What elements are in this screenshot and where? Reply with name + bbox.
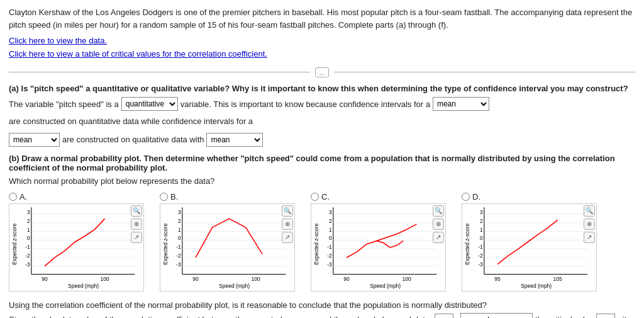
part-a-row2: mean proportion are constructed on quali… xyxy=(9,132,635,147)
svg-text:Expected z-score: Expected z-score xyxy=(162,223,169,264)
svg-text:1: 1 xyxy=(27,226,30,232)
critical-values-link[interactable]: Click here to view a table of critical v… xyxy=(9,48,635,61)
part-a-row2-after: are constructed on qualitative data with xyxy=(62,132,204,147)
svg-text:-3: -3 xyxy=(327,261,332,267)
part-a-before1: The variable "pitch speed" is a xyxy=(9,97,119,111)
conclusion-row1: Since the absolute value of the correlat… xyxy=(9,312,635,318)
plot-c-radio-row: C. xyxy=(311,192,330,202)
svg-text:Expected z-score: Expected z-score xyxy=(11,223,18,264)
svg-text:-3: -3 xyxy=(176,261,181,267)
plot-a-zoomin-icon[interactable]: ⊕ xyxy=(131,219,142,230)
plot-d-icons: 🔍 ⊕ ↗ xyxy=(584,205,595,243)
svg-text:-2: -2 xyxy=(327,253,332,259)
plot-b-label: B. xyxy=(170,192,178,202)
compare-select[interactable]: exceeds does not exceed xyxy=(460,313,533,318)
plot-d-external-icon[interactable]: ↗ xyxy=(584,232,595,243)
part-b-conclusion-section: Using the correlation coefficient of the… xyxy=(9,298,635,318)
plot-d-search-icon[interactable]: 🔍 xyxy=(584,205,595,217)
conclusion-question: Using the correlation coefficient of the… xyxy=(9,298,635,312)
divider-dots: ... xyxy=(315,67,328,77)
plot-c-zoomin-icon[interactable]: ⊕ xyxy=(433,219,444,230)
ci-type-select1[interactable]: mean proportion xyxy=(433,97,489,111)
plots-row: A. 🔍 ⊕ ↗ 3 2 1 0 -1 -2 xyxy=(9,192,635,292)
svg-text:100: 100 xyxy=(402,276,411,282)
plot-c-search-icon[interactable]: 🔍 xyxy=(433,205,444,217)
svg-text:Speed (mph): Speed (mph) xyxy=(370,282,401,288)
conclusion-before: Since the absolute value of the correlat… xyxy=(9,312,432,318)
intro-text: Clayton Kershaw of the Los Angeles Dodge… xyxy=(9,6,635,31)
svg-text:2: 2 xyxy=(178,217,181,224)
svg-text:-1: -1 xyxy=(327,244,332,250)
ci-type-select2[interactable]: mean proportion xyxy=(9,133,60,147)
plot-c-container: C. 🔍 ⊕ ↗ 3 2 1 0 -1 -2 -3 xyxy=(311,192,455,292)
svg-text:95: 95 xyxy=(494,276,501,282)
plot-b-container: B. 🔍 ⊕ ↗ 3 2 1 0 -1 -2 -3 xyxy=(160,192,304,292)
plot-a-svg: 3 2 1 0 -1 -2 -3 90 1 xyxy=(9,204,143,291)
plot-b-svg: 3 2 1 0 -1 -2 -3 90 100 Speed (mp xyxy=(160,204,294,291)
svg-text:0: 0 xyxy=(480,235,483,241)
plot-d-label: D. xyxy=(472,192,480,202)
svg-text:-1: -1 xyxy=(25,244,30,250)
section-divider: ... xyxy=(9,67,635,77)
plot-c-radio[interactable] xyxy=(311,193,319,201)
part-a-question: Is "pitch speed" a quantitative or quali… xyxy=(21,84,628,93)
svg-text:-3: -3 xyxy=(25,261,30,267)
critical-value-input[interactable] xyxy=(596,314,615,318)
svg-text:2: 2 xyxy=(480,217,483,224)
plot-c-icons: 🔍 ⊕ ↗ xyxy=(433,205,444,243)
svg-text:0: 0 xyxy=(27,235,30,241)
svg-text:-2: -2 xyxy=(478,253,483,259)
svg-text:3: 3 xyxy=(178,209,181,215)
svg-text:100: 100 xyxy=(101,276,109,282)
part-a-section: (a) Is "pitch speed" a quantitative or q… xyxy=(9,84,635,147)
svg-text:1: 1 xyxy=(329,226,332,232)
svg-text:Speed (mph): Speed (mph) xyxy=(68,282,99,288)
plot-b-radio-row: B. xyxy=(160,192,178,202)
part-a-row1: The variable "pitch speed" is a quantita… xyxy=(9,97,635,129)
plot-a-icons: 🔍 ⊕ ↗ xyxy=(131,205,142,243)
plot-b-search-icon[interactable]: 🔍 xyxy=(282,205,293,217)
svg-text:2: 2 xyxy=(329,217,332,224)
view-data-link[interactable]: Click here to view the data. xyxy=(9,35,635,48)
plot-d-zoomin-icon[interactable]: ⊕ xyxy=(584,219,595,230)
plot-b-icons: 🔍 ⊕ ↗ xyxy=(282,205,293,243)
comma-spacer: , xyxy=(456,312,458,318)
svg-text:-3: -3 xyxy=(478,261,483,267)
plot-d-radio[interactable] xyxy=(462,193,470,201)
plot-b-zoomin-icon[interactable]: ⊕ xyxy=(282,219,293,230)
plot-d-radio-row: D. xyxy=(462,192,480,202)
svg-text:1: 1 xyxy=(480,226,483,232)
plot-c-svg: 3 2 1 0 -1 -2 -3 90 100 Speed (mp xyxy=(311,204,445,291)
svg-text:3: 3 xyxy=(27,209,30,215)
ci-type-select3[interactable]: mean proportion xyxy=(206,133,263,147)
plot-d-svg: 3 2 1 0 -1 -2 -3 95 105 Speed (mp xyxy=(462,204,596,291)
plot-c-external-icon[interactable]: ↗ xyxy=(433,232,444,243)
svg-text:3: 3 xyxy=(480,209,483,215)
svg-text:-1: -1 xyxy=(478,244,483,250)
plot-a-box: 🔍 ⊕ ↗ 3 2 1 0 -1 -2 -3 xyxy=(9,203,144,292)
plot-a-search-icon[interactable]: 🔍 xyxy=(131,205,142,217)
svg-text:Expected z-score: Expected z-score xyxy=(464,223,470,264)
part-a-after2: are constructed on quantitative data whi… xyxy=(9,114,253,128)
plot-d-container: D. 🔍 ⊕ ↗ 3 2 1 0 -1 -2 -3 xyxy=(462,192,606,292)
svg-text:Speed (mph): Speed (mph) xyxy=(521,282,552,288)
svg-text:100: 100 xyxy=(252,276,260,282)
svg-text:Expected z-score: Expected z-score xyxy=(313,223,319,264)
variable-type-select[interactable]: quantitative qualitative xyxy=(121,97,178,111)
plot-b-external-icon[interactable]: ↗ xyxy=(282,232,293,243)
part-b-label: (b) Draw a normal probability plot. Then… xyxy=(9,154,635,173)
svg-text:0: 0 xyxy=(329,235,332,241)
svg-text:-2: -2 xyxy=(25,253,30,259)
plot-b-box: 🔍 ⊕ ↗ 3 2 1 0 -1 -2 -3 xyxy=(160,203,295,292)
plot-a-radio[interactable] xyxy=(9,193,17,201)
correlation-value-input[interactable] xyxy=(435,314,453,318)
plot-b-radio[interactable] xyxy=(160,193,168,201)
svg-text:90: 90 xyxy=(343,276,350,282)
svg-text:3: 3 xyxy=(329,209,332,215)
part-b-question: Draw a normal probability plot. Then det… xyxy=(9,154,615,173)
plot-c-box: 🔍 ⊕ ↗ 3 2 1 0 -1 -2 -3 xyxy=(311,203,446,292)
svg-text:Speed (mph): Speed (mph) xyxy=(219,282,250,288)
svg-text:90: 90 xyxy=(192,276,199,282)
critical-value-label: the critical value xyxy=(535,312,594,318)
plot-a-external-icon[interactable]: ↗ xyxy=(131,232,142,243)
